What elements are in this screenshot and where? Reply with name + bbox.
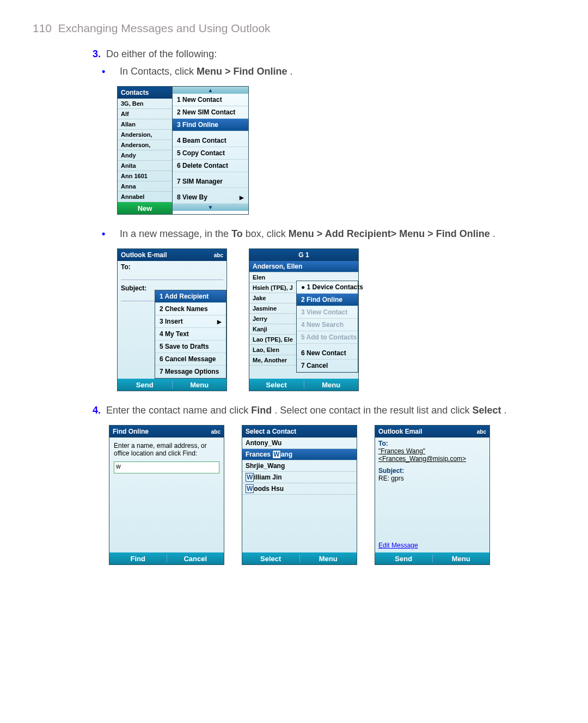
step-3-bullet-1: In Contacts, click Menu > Find Online . <box>117 64 555 78</box>
step-3-bullet-2: In a new message, in the To box, click M… <box>117 227 555 241</box>
list-item[interactable]: Allan <box>118 119 172 130</box>
input-mode-icon: abc <box>214 252 223 258</box>
softkey-menu[interactable]: Menu <box>433 555 490 563</box>
result-titlebar: Outlook Email abc <box>375 426 489 438</box>
menu-item[interactable]: ● 1 Device Contacts <box>297 281 358 294</box>
step-4: 4. Enter the contact name and click Find… <box>93 403 555 417</box>
company-menu[interactable]: ● 1 Device Contacts2 Find Online3 View C… <box>296 281 358 373</box>
menu-item[interactable]: 5 Save to Drafts <box>155 341 226 353</box>
phone-company: G 1 Anderson, Ellen ElenHsieh (TPE), JJa… <box>249 248 359 391</box>
menu-path: Menu > Find Online <box>197 66 287 77</box>
to-field[interactable] <box>121 272 223 280</box>
menu-item[interactable]: 7 Message Options <box>155 366 226 378</box>
find-softkeys: Find Cancel <box>109 552 224 564</box>
title-text: Find Online <box>113 428 149 435</box>
find-input[interactable]: w <box>114 461 219 473</box>
menu-item[interactable]: 6 Cancel Message <box>155 353 226 366</box>
list-item[interactable]: 3G, Ben <box>118 99 172 109</box>
newmsg-menu[interactable]: 1 Add Recipient2 Check Names3 Insert▶4 M… <box>155 290 226 379</box>
softkey-menu[interactable]: Menu <box>173 381 227 389</box>
select-bold: Select <box>472 405 501 416</box>
menu-item[interactable]: 5 Copy Contact <box>173 147 248 160</box>
text: . <box>493 228 495 239</box>
select-list[interactable]: Antony_WuFrances WangShrjie_WangWilliam … <box>242 438 357 552</box>
edit-message-link[interactable]: Edit Message <box>378 542 418 549</box>
step-3-number: 3. <box>93 48 101 59</box>
menu-item[interactable]: 8 View By▶ <box>173 191 248 204</box>
list-item[interactable]: Woods Hsu <box>242 483 357 495</box>
text: In a new message, in the <box>120 228 231 239</box>
select-titlebar: Select a Contact <box>242 426 357 438</box>
list-item[interactable]: Annabel <box>118 192 172 202</box>
list-item[interactable]: Shrjie_Wang <box>242 460 357 472</box>
list-item[interactable]: Ann 1601 <box>118 171 172 181</box>
menu-path: Menu > Add Recipient> Menu > Find Online <box>289 228 490 239</box>
menu-item[interactable]: 1 New Contact <box>173 94 248 106</box>
menu-item[interactable]: 6 Delete Contact <box>173 160 248 172</box>
title-text: Select a Contact <box>246 428 296 435</box>
selected-contact[interactable]: Anderson, Ellen <box>249 261 358 272</box>
text: In Contacts, click <box>120 66 197 77</box>
text: . Select one contact in the result list … <box>274 405 472 416</box>
title-text: Outlook Email <box>378 428 422 435</box>
menu-item[interactable]: 2 New SIM Contact <box>173 106 248 119</box>
contacts-menu[interactable]: 1 New Contact2 New SIM Contact3 Find Onl… <box>172 94 248 204</box>
phone-result: Outlook Email abc To: "Frances Wang" <Fr… <box>375 425 490 565</box>
menu-item[interactable]: 1 Add Recipient <box>155 290 226 303</box>
menu-item: 3 View Contact <box>297 306 358 319</box>
softkey-select[interactable]: Select <box>242 555 299 563</box>
list-item[interactable]: Andy <box>118 150 172 161</box>
phone-select: Select a Contact Antony_WuFrances WangSh… <box>242 425 357 565</box>
to-address[interactable]: <Frances_Wang@misip.com> <box>375 455 489 465</box>
phone-newmsg: Outlook E-mail abc To: Subject: 1 Add Re… <box>117 248 227 391</box>
softkey-send[interactable]: Send <box>118 381 172 389</box>
softkey-new[interactable]: New <box>118 204 172 212</box>
menu-item[interactable]: 4 My Text <box>155 328 226 341</box>
menu-item[interactable]: 7 SIM Manager <box>173 175 248 188</box>
menu-item[interactable]: 4 Beam Contact <box>173 135 248 147</box>
company-softkeys: Select Menu <box>249 379 358 391</box>
text: . <box>504 405 506 416</box>
list-item[interactable]: Anderson, <box>118 140 172 150</box>
contacts-list[interactable]: 3G, BenAlfAllanAndersion,Anderson,AndyAn… <box>118 99 172 202</box>
page-header: 110 Exchanging Messages and Using Outloo… <box>33 22 555 35</box>
menu-item[interactable]: 2 Find Online <box>297 294 358 306</box>
softkey-menu[interactable]: Menu <box>300 555 357 563</box>
menu-item[interactable]: 6 New Contact <box>297 347 358 360</box>
menu-item[interactable]: 7 Cancel <box>297 360 358 372</box>
title-text: Outlook E-mail <box>121 251 167 259</box>
menu-item[interactable]: 3 Find Online <box>173 119 248 131</box>
softkey-cancel[interactable]: Cancel <box>167 555 224 563</box>
result-softkeys: Send Menu <box>375 552 489 564</box>
menu-item: 5 Add to Contacts <box>297 331 358 344</box>
list-item[interactable]: Antony_Wu <box>242 438 357 449</box>
softkey-send[interactable]: Send <box>375 555 432 563</box>
contacts-titlebar: Contacts <box>118 87 172 99</box>
list-item[interactable]: Andersion, <box>118 130 172 140</box>
softkey-select[interactable]: Select <box>249 381 304 389</box>
input-mode-icon: abc <box>477 429 486 435</box>
list-item[interactable]: Alf <box>118 109 172 119</box>
step-3-text: Do either of the following: <box>106 48 217 59</box>
figure-newmsg-row: Outlook E-mail abc To: Subject: 1 Add Re… <box>117 248 555 391</box>
step-3: 3. Do either of the following: <box>93 47 555 61</box>
input-mode-icon: abc <box>211 429 220 435</box>
list-item[interactable]: Anita <box>118 161 172 171</box>
scroll-down-icon[interactable]: ▼ <box>172 204 248 211</box>
newmsg-titlebar: Outlook E-mail abc <box>118 249 226 261</box>
scroll-up-icon[interactable]: ▲ <box>172 87 248 94</box>
to-name[interactable]: "Frances Wang" <box>375 447 489 455</box>
softkey-menu[interactable]: Menu <box>304 381 359 389</box>
to-label: To: <box>375 438 489 447</box>
subject-value: RE: gprs <box>375 475 489 482</box>
title-text: Contacts <box>121 89 149 96</box>
menu-item[interactable]: 3 Insert▶ <box>155 315 226 328</box>
list-item[interactable]: William Jin <box>242 472 357 483</box>
list-item[interactable]: Frances Wang <box>242 449 357 460</box>
company-titlebar: G 1 <box>249 249 358 261</box>
list-item[interactable]: Anna <box>118 181 172 192</box>
to-label: To: <box>118 261 226 271</box>
softkey-find[interactable]: Find <box>109 555 167 563</box>
find-bold: Find <box>251 405 272 416</box>
menu-item[interactable]: 2 Check Names <box>155 303 226 315</box>
